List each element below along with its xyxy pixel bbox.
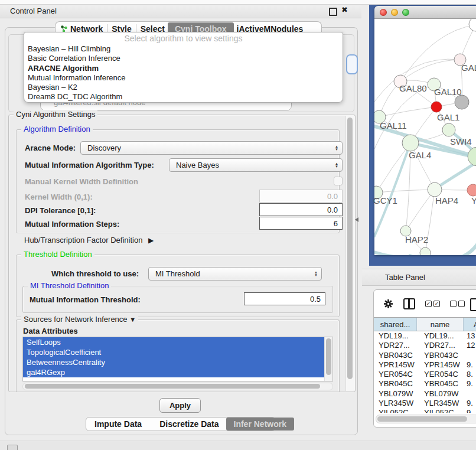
dpi-tolerance-value: 0.0 [327,206,338,214]
list-item-selected[interactable]: SelfLoops [23,337,328,347]
aracne-mode-label: Aracne Mode: [25,144,76,152]
table-row[interactable]: YBL079WYBL079W [374,389,476,399]
which-threshold-combobox[interactable]: MI Threshold ▲▼ [148,267,322,281]
table-row[interactable]: YPR145WYPR145W9. [374,360,476,370]
column-header-name[interactable]: name [417,318,464,331]
control-panel-titlebar: Control Panel ✖ [0,5,361,18]
hub-definition-expander[interactable]: Hub/Transcription Factor Definition ▶ [24,236,154,244]
aracne-mode-combobox[interactable]: Discovery ▲▼ [80,141,343,155]
table-row[interactable]: YBR045CYBR045C9. [374,379,476,389]
algorithm-popup-placeholder: Select algorithm to view settings [24,32,343,44]
algorithm-definition-group: Algorithm Definition Aracne Mode: Discov… [16,129,340,233]
algorithm-option[interactable]: Basic Correlation Inference [24,54,343,63]
algorithm-option-selected[interactable]: ARACNE Algorithm [24,64,343,73]
zoom-window-icon[interactable] [402,9,409,16]
export-table-icon[interactable] [470,298,476,311]
table-row[interactable]: YLR345WYLR345W9. [374,399,476,408]
table-header-row: shared... name A [374,317,476,331]
cyni-algorithm-settings-title: Cyni Algorithm Settings [14,110,97,119]
mi-steps-label: Mutual Information Steps: [25,220,119,229]
algorithm-option[interactable]: Bayesian – Hill Climbing [24,44,343,54]
mi-threshold-label: Mutual Information Threshold: [30,295,141,304]
kernel-width-value: 0.0 [327,192,338,201]
node-label: SWI4 [450,136,472,146]
table-row[interactable]: YER054CYER054C8. [374,370,476,379]
node-label: GAL4 [409,150,431,160]
list-hscrollbar-track[interactable] [22,383,333,390]
algorithm-option[interactable]: Dream8 DC_TDC Algorithm [24,92,343,102]
table-hscrollbar-track[interactable] [376,415,476,423]
bottom-strip [0,441,476,450]
table-row[interactable]: YIL052CYIL052C9 [374,408,476,413]
bottom-tabbar: Impute Data Discretize Data Infer Networ… [86,417,276,431]
mi-steps-value: 6 [334,219,338,228]
tab-infer-network[interactable]: Infer Network [226,418,294,431]
node-label: GAL1 [437,112,459,122]
kernel-width-field[interactable]: 0.0 [259,190,343,203]
node-hap4 [428,182,442,197]
network-window-titlebar[interactable] [374,6,476,19]
list-item-selected[interactable]: TopologicalCoefficient [23,347,328,357]
which-threshold-value: MI Threshold [155,269,200,278]
mi-threshold-group: MI Threshold Definition Mutual Informati… [22,286,333,313]
table-row[interactable]: YBR043CYBR043C [374,351,476,360]
table-panel-title: Table Panel [385,273,425,282]
mi-steps-field[interactable]: 6 [259,217,343,230]
column-header-shared[interactable]: shared... [374,318,417,331]
kernel-width-label: Kernel Width (0,1): [25,193,93,201]
minimized-panel-icon[interactable] [7,445,18,450]
table-rows: YDL19...YDL19...13 YDR27...YDR27...12 YB… [374,331,476,413]
deselect-all-columns-icon[interactable] [450,301,465,307]
node-label: Y [471,195,476,206]
float-panel-icon[interactable] [329,8,337,16]
settings-scrollbar-track[interactable] [345,116,354,391]
table-hscrollbar-thumb[interactable] [377,416,467,422]
which-threshold-label: Which threshold to use: [51,269,139,278]
node-bottom-partial [420,247,431,255]
settings-gear-icon[interactable] [383,299,393,309]
settings-scrollbar-thumb[interactable] [347,118,353,379]
manual-kernel-width-checkbox[interactable] [334,177,343,185]
node-gal1 [442,123,455,136]
apply-button[interactable]: Apply [159,398,201,413]
node-salmon [467,184,476,196]
threshold-definition-group: Threshold Definition Which threshold to … [16,255,340,317]
algorithm-option[interactable]: Bayesian – K2 [24,83,343,92]
select-all-columns-icon[interactable]: ✓✓ [425,301,440,307]
algorithm-option[interactable]: Mutual Information Inference [24,73,343,83]
close-window-icon[interactable] [380,9,387,16]
mi-threshold-field[interactable]: 0.5 [244,292,325,305]
table-row[interactable]: YDR27...YDR27...12 [374,341,476,350]
algorithm-definition-title: Algorithm Definition [21,125,93,133]
node-label: GAL80 [399,83,427,93]
algorithm-dropdown-popup: Select algorithm to view settings Bayesi… [24,32,343,103]
tab-discretize-data[interactable]: Discretize Data [155,419,223,429]
minimize-window-icon[interactable] [391,9,398,16]
list-scrollbar-thumb[interactable] [326,338,331,375]
table-row[interactable]: YDL19...YDL19...13 [374,331,476,341]
node-red [431,102,442,112]
list-hscrollbar-thumb[interactable] [25,384,320,389]
apply-button-label: Apply [169,401,191,410]
tab-impute-data[interactable]: Impute Data [90,419,146,429]
list-item-selected[interactable]: BetweennessCentrality [23,357,328,367]
list-scrollbar-track[interactable] [324,337,332,381]
sources-group: Sources for Network Inference ▼ Data Att… [16,319,340,392]
close-panel-icon[interactable]: ✖ [341,5,348,14]
manual-kernel-width-label: Manual Kernel Width Definition [25,177,138,186]
split-columns-icon[interactable] [403,298,415,309]
dpi-tolerance-field[interactable]: 0.0 [259,203,343,216]
dpi-tolerance-label: DPI Tolerance [0,1]: [25,206,96,215]
application-screen: Control Panel ✖ gal4filtered.sif default… [0,0,476,450]
node-label: HAP2 [405,234,428,244]
mi-algorithm-type-label: Mutual Information Algorithm Type: [25,161,154,169]
list-item-selected[interactable]: gal4RGexp [23,367,328,377]
hub-definition-label: Hub/Transcription Factor Definition [24,236,142,244]
data-attributes-label: Data Attributes [23,327,78,335]
sources-title-row[interactable]: Sources for Network Inference ▼ [21,315,138,324]
mi-algorithm-type-combobox[interactable]: Naive Bayes ▲▼ [169,158,343,172]
collapse-arrow-icon: ▼ [129,316,136,323]
column-header-partial[interactable]: A [464,318,476,331]
panel-splitter-arrow[interactable] [355,217,358,222]
node-label: GAL [461,63,476,73]
